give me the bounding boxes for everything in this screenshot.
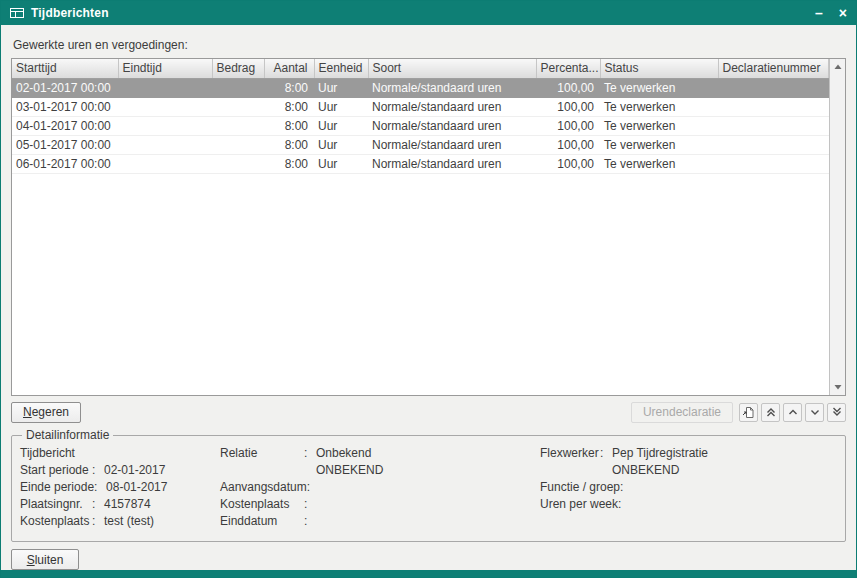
detail-label: Relatie xyxy=(220,445,304,462)
window-title: Tijdberichten xyxy=(31,6,109,20)
table-cell xyxy=(212,135,264,154)
time-entries-table: StarttijdEindtijdBedragAantalEenheidSoor… xyxy=(12,59,829,174)
column-header[interactable]: Soort xyxy=(368,59,536,78)
window-controls: – × xyxy=(815,6,847,20)
table-cell: Te verwerken xyxy=(600,116,718,135)
table-cell: 8:00 xyxy=(264,116,314,135)
new-declaration-button[interactable] xyxy=(739,403,758,422)
scrollbar-track[interactable] xyxy=(830,75,845,379)
table-row[interactable]: 03-01-2017 00:008:00UurNormale/standaard… xyxy=(12,97,829,116)
table-row[interactable]: 05-01-2017 00:008:00UurNormale/standaard… xyxy=(12,135,829,154)
table-cell: Uur xyxy=(314,135,368,154)
detail-field: ONBEKEND xyxy=(540,462,837,479)
vertical-scrollbar[interactable] xyxy=(829,59,845,395)
table-cell: 8:00 xyxy=(264,78,314,97)
detail-value xyxy=(314,496,316,513)
detail-colon: : xyxy=(307,479,317,496)
scroll-down-icon xyxy=(833,382,843,392)
table-cell xyxy=(718,154,829,173)
bottom-accent-strip xyxy=(1,570,856,577)
column-header[interactable]: Eenheid xyxy=(314,59,368,78)
previous-record-icon xyxy=(787,406,799,418)
table-row[interactable]: 04-01-2017 00:008:00UurNormale/standaard… xyxy=(12,116,829,135)
table-cell: 04-01-2017 00:00 xyxy=(12,116,118,135)
detail-value: Onbekend xyxy=(314,445,371,462)
table-cell xyxy=(212,116,264,135)
table-cell xyxy=(718,135,829,154)
detail-label: Kostenplaats xyxy=(20,513,92,530)
table-cell xyxy=(118,154,212,173)
list-toolbar: Negeren Urendeclaratie xyxy=(11,401,846,423)
detail-panel-legend: Detailinformatie xyxy=(22,428,113,442)
negeren-button[interactable]: Negeren xyxy=(11,402,81,423)
table-cell: 05-01-2017 00:00 xyxy=(12,135,118,154)
detail-value: 08-01-2017 xyxy=(104,479,167,496)
detail-colon: : xyxy=(620,479,630,496)
spreadsheet-icon xyxy=(10,7,24,19)
detail-value xyxy=(314,513,316,530)
grid-area: StarttijdEindtijdBedragAantalEenheidSoor… xyxy=(12,59,829,395)
column-header[interactable]: Starttijd xyxy=(12,59,118,78)
detail-label: Uren per week xyxy=(540,496,618,513)
table-cell: Te verwerken xyxy=(600,154,718,173)
table-cell: Normale/standaard uren xyxy=(368,78,536,97)
scroll-down-button[interactable] xyxy=(830,379,845,395)
previous-record-button[interactable] xyxy=(783,403,802,422)
detail-panel: Detailinformatie TijdberichtStart period… xyxy=(11,428,846,542)
detail-value: Pep Tijdregistratie xyxy=(610,445,708,462)
detail-label: Aanvangsdatum xyxy=(220,479,307,496)
detail-value: 02-01-2017 xyxy=(102,462,165,479)
detail-value: 4157874 xyxy=(102,496,151,513)
table-cell: 100,00 xyxy=(536,78,600,97)
first-record-button[interactable] xyxy=(761,403,780,422)
detail-field: Plaatsingnr.:4157874 xyxy=(20,496,220,513)
detail-value xyxy=(102,445,104,462)
table-row[interactable]: 02-01-2017 00:008:00UurNormale/standaard… xyxy=(12,78,829,97)
next-record-button[interactable] xyxy=(805,403,824,422)
table-cell: Te verwerken xyxy=(600,135,718,154)
detail-colon: : xyxy=(92,496,102,513)
detail-field: Kostenplaats:test (test) xyxy=(20,513,220,530)
detail-field: Einde periode:08-01-2017 xyxy=(20,479,220,496)
sluiten-button[interactable]: Sluiten xyxy=(11,549,79,570)
detail-field: Tijdbericht xyxy=(20,445,220,462)
minimize-button[interactable]: – xyxy=(815,6,823,20)
table-cell: Normale/standaard uren xyxy=(368,116,536,135)
detail-label: Einddatum xyxy=(220,513,304,530)
table-cell: 06-01-2017 00:00 xyxy=(12,154,118,173)
detail-label xyxy=(540,462,600,479)
table-cell xyxy=(212,97,264,116)
column-header[interactable]: Aantal xyxy=(264,59,314,78)
scroll-up-icon xyxy=(833,62,843,72)
detail-field: Functie / groep: xyxy=(540,479,837,496)
column-header[interactable]: Bedrag xyxy=(212,59,264,78)
table-cell: 8:00 xyxy=(264,135,314,154)
detail-field: Relatie:Onbekend xyxy=(220,445,540,462)
detail-colon: : xyxy=(618,496,628,513)
last-record-button[interactable] xyxy=(827,403,846,422)
close-button[interactable]: × xyxy=(839,6,847,20)
table-row[interactable]: 06-01-2017 00:008:00UurNormale/standaard… xyxy=(12,154,829,173)
time-entries-list: StarttijdEindtijdBedragAantalEenheidSoor… xyxy=(11,58,846,396)
column-header[interactable]: Declaratienummer xyxy=(718,59,829,78)
detail-value: ONBEKEND xyxy=(610,462,679,479)
detail-value xyxy=(628,496,630,513)
table-cell xyxy=(118,135,212,154)
detail-label: Kostenplaats xyxy=(220,496,304,513)
detail-field: Uren per week: xyxy=(540,496,837,513)
detail-colon xyxy=(304,462,314,479)
table-cell: Normale/standaard uren xyxy=(368,97,536,116)
table-cell: 100,00 xyxy=(536,116,600,135)
table-cell xyxy=(212,154,264,173)
table-cell: Uur xyxy=(314,154,368,173)
table-cell: 100,00 xyxy=(536,97,600,116)
toolbar-right-group: Urendeclaratie xyxy=(631,402,846,423)
detail-label: Start periode xyxy=(20,462,92,479)
column-header[interactable]: Status xyxy=(600,59,718,78)
table-cell: Normale/standaard uren xyxy=(368,135,536,154)
details-column: TijdberichtStart periode:02-01-2017Einde… xyxy=(20,445,220,530)
tijdberichten-window: Tijdberichten – × Gewerkte uren en vergo… xyxy=(0,0,857,578)
column-header[interactable]: Eindtijd xyxy=(118,59,212,78)
column-header[interactable]: Percenta... xyxy=(536,59,600,78)
scroll-up-button[interactable] xyxy=(830,59,845,75)
